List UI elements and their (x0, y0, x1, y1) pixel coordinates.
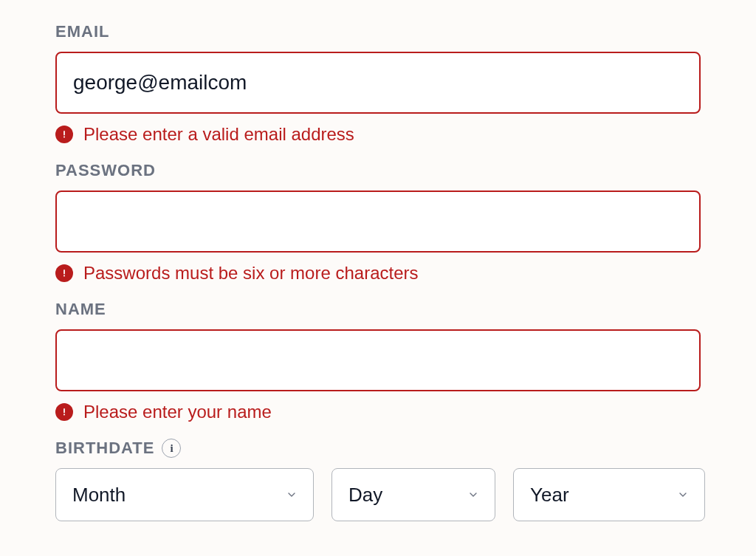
error-icon (55, 126, 73, 143)
svg-point-1 (63, 275, 65, 276)
birthdate-field-group: BIRTHDATE i Month Day Year (55, 439, 701, 521)
email-error-text: Please enter a valid email address (83, 124, 354, 145)
email-field-group: EMAIL Please enter a valid email address (55, 22, 701, 145)
name-error-row: Please enter your name (55, 402, 701, 422)
password-error-row: Passwords must be six or more characters (55, 263, 701, 284)
svg-point-0 (63, 136, 65, 137)
error-icon (55, 264, 73, 282)
password-input[interactable] (55, 191, 701, 253)
email-error-row: Please enter a valid email address (55, 124, 701, 145)
password-error-text: Passwords must be six or more characters (83, 263, 418, 284)
name-field-group: NAME Please enter your name (55, 300, 701, 422)
password-field-group: PASSWORD Passwords must be six or more c… (55, 161, 701, 284)
password-label: PASSWORD (55, 161, 701, 180)
year-select-wrap: Year (513, 468, 705, 521)
name-error-text: Please enter your name (83, 402, 272, 422)
info-icon[interactable]: i (162, 439, 181, 458)
svg-point-2 (63, 413, 65, 415)
error-icon (55, 403, 73, 421)
name-input[interactable] (55, 329, 701, 391)
email-input[interactable] (55, 52, 701, 114)
email-label: EMAIL (55, 22, 701, 41)
day-select-wrap: Day (331, 468, 495, 521)
year-select[interactable]: Year (513, 468, 705, 521)
name-label: NAME (55, 300, 701, 319)
birthdate-label-row: BIRTHDATE i (55, 439, 701, 458)
month-select[interactable]: Month (55, 468, 314, 521)
month-select-wrap: Month (55, 468, 314, 521)
birthdate-label: BIRTHDATE (55, 439, 154, 458)
birthdate-selects: Month Day Year (55, 468, 701, 521)
day-select[interactable]: Day (331, 468, 495, 521)
